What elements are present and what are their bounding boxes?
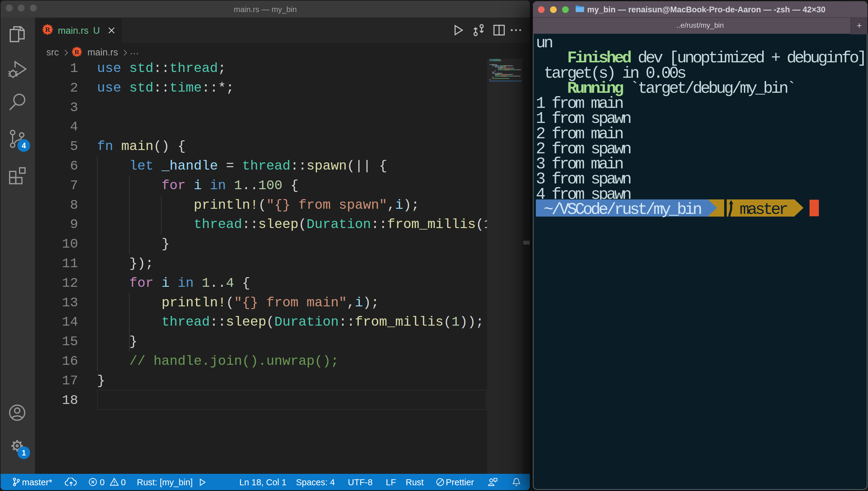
svg-text:R: R bbox=[45, 26, 50, 33]
svg-text:R: R bbox=[75, 49, 79, 56]
